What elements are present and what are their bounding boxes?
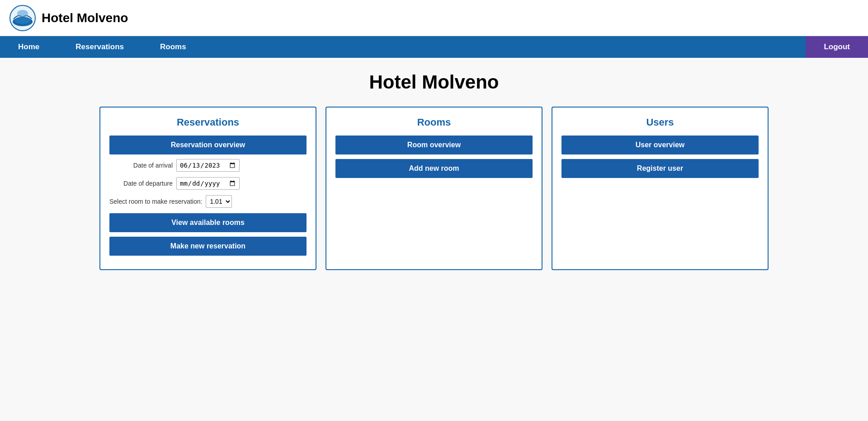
departure-date-input[interactable] [176, 177, 240, 190]
header: Hotel Molveno [0, 0, 868, 36]
room-select-label: Select room to make reservation: [109, 198, 202, 205]
arrival-date-section: Date of arrival Date of departure Select… [109, 159, 307, 208]
logo-text: Hotel Molveno [42, 11, 128, 25]
svg-point-2 [14, 17, 31, 24]
departure-date-row: Date of departure [109, 177, 307, 190]
reservations-card: Reservations Reservation overview Date o… [99, 107, 316, 270]
add-new-room-button[interactable]: Add new room [335, 159, 533, 178]
page-title: Hotel Molveno [9, 71, 859, 93]
user-overview-button[interactable]: User overview [561, 136, 759, 154]
rooms-card: Rooms Room overview Add new room [326, 107, 542, 270]
reservation-overview-button[interactable]: Reservation overview [109, 136, 307, 154]
nav-home[interactable]: Home [0, 36, 57, 58]
view-available-rooms-button[interactable]: View available rooms [109, 213, 307, 232]
arrival-date-input[interactable] [176, 159, 240, 172]
nav-logout[interactable]: Logout [806, 36, 868, 58]
main-content: Hotel Molveno Reservations Reservation o… [0, 58, 868, 284]
register-user-button[interactable]: Register user [561, 159, 759, 178]
hotel-logo-icon [9, 5, 36, 32]
users-card-title: Users [561, 117, 759, 128]
logo-container: Hotel Molveno [9, 5, 128, 32]
room-overview-button[interactable]: Room overview [335, 136, 533, 154]
nav-reservations[interactable]: Reservations [57, 36, 142, 58]
make-new-reservation-button[interactable]: Make new reservation [109, 237, 307, 256]
rooms-card-title: Rooms [335, 117, 533, 128]
arrival-label: Date of arrival [109, 162, 173, 169]
navbar: Home Reservations Rooms Logout [0, 36, 868, 58]
room-select[interactable]: 1.01 1.02 1.03 2.01 2.02 [206, 195, 232, 208]
arrival-date-row: Date of arrival [109, 159, 307, 172]
departure-label: Date of departure [109, 180, 173, 187]
reservations-card-title: Reservations [109, 117, 307, 128]
nav-rooms[interactable]: Rooms [142, 36, 204, 58]
svg-point-3 [17, 10, 28, 17]
room-select-row: Select room to make reservation: 1.01 1.… [109, 195, 307, 208]
nav-items: Home Reservations Rooms [0, 36, 806, 58]
cards-container: Reservations Reservation overview Date o… [9, 107, 859, 270]
users-card: Users User overview Register user [552, 107, 769, 270]
